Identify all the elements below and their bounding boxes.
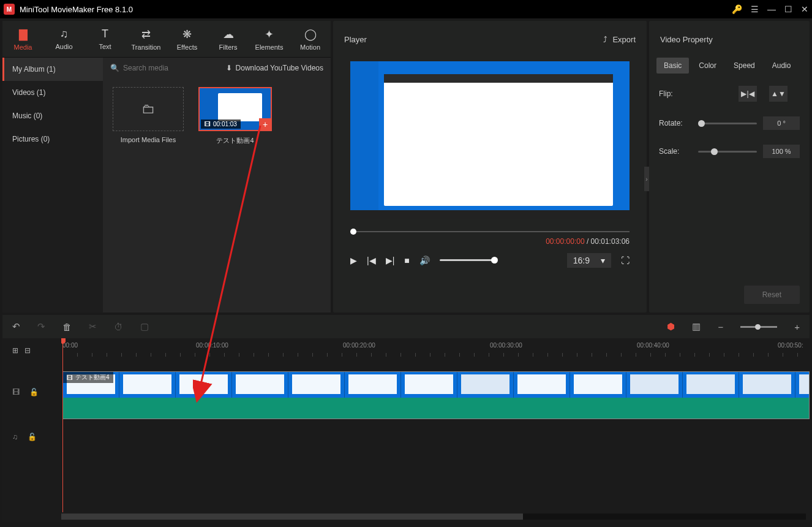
tab-audio[interactable]: Audio bbox=[765, 58, 799, 74]
flip-horizontal-button[interactable]: ▶|◀ bbox=[739, 86, 757, 102]
app-title: MiniTool MovieMaker Free 8.1.0 bbox=[20, 5, 732, 14]
ratio-value: 16:9 bbox=[573, 256, 590, 265]
volume-icon[interactable]: 🔊 bbox=[419, 256, 430, 265]
ribbon-motion[interactable]: ◯Motion bbox=[290, 21, 331, 57]
ribbon-elements[interactable]: ✦Elements bbox=[249, 21, 290, 57]
scale-slider[interactable] bbox=[698, 151, 757, 153]
snap-icon[interactable]: ▥ bbox=[692, 321, 701, 332]
zoom-out-button[interactable]: − bbox=[718, 322, 723, 332]
close-button[interactable]: ✕ bbox=[801, 4, 808, 14]
download-youtube-link[interactable]: ⬇ Download YouTube Videos bbox=[226, 64, 323, 72]
audio-track[interactable] bbox=[61, 422, 810, 452]
media-clip[interactable]: 🎞00:01:03 + テスト動画4 bbox=[197, 87, 273, 145]
playhead[interactable] bbox=[62, 338, 63, 512]
stop-button[interactable]: ■ bbox=[404, 256, 409, 265]
film-icon: 🎞 bbox=[205, 121, 211, 127]
app-logo-icon: M bbox=[4, 4, 15, 15]
flip-vertical-button[interactable]: ▲▼ bbox=[769, 86, 788, 102]
scale-label: Scale: bbox=[659, 147, 692, 156]
audio-track-icon: ♫ bbox=[12, 433, 18, 441]
scale-value[interactable]: 100 % bbox=[763, 145, 800, 158]
ribbon-text[interactable]: TText bbox=[85, 21, 126, 57]
speed-button[interactable]: ⏱ bbox=[114, 322, 123, 332]
aspect-ratio-select[interactable]: 16:9 ▾ bbox=[567, 253, 611, 268]
rotate-value[interactable]: 0 ° bbox=[763, 116, 800, 130]
add-clip-button[interactable]: + bbox=[259, 118, 271, 131]
video-track[interactable]: 🎞テスト動画4 bbox=[61, 363, 810, 422]
property-panel: › Video Property Basic Color Speed Audio… bbox=[649, 21, 810, 313]
next-frame-button[interactable]: ▶| bbox=[386, 256, 395, 265]
collapse-handle[interactable]: › bbox=[644, 167, 649, 191]
clip-thumbnail: 🎞00:01:03 + bbox=[198, 87, 272, 131]
timeline-clip-label: テスト動画4 bbox=[75, 373, 110, 382]
crop-button[interactable]: ▢ bbox=[140, 321, 149, 332]
timeline-ruler[interactable]: 00:00 00:00:10:00 00:00:20:00 00:00:30:0… bbox=[61, 338, 810, 363]
fullscreen-button[interactable]: ⛶ bbox=[621, 256, 630, 265]
chevron-down-icon: ▾ bbox=[601, 256, 605, 265]
tab-basic[interactable]: Basic bbox=[656, 58, 689, 74]
download-label: Download YouTube Videos bbox=[236, 64, 323, 72]
import-media-button[interactable]: 🗀 bbox=[113, 87, 184, 131]
undo-button[interactable]: ↶ bbox=[12, 321, 20, 332]
key-icon[interactable]: 🔑 bbox=[732, 4, 742, 14]
remove-track-button[interactable]: ⊟ bbox=[24, 346, 31, 355]
player-progress[interactable] bbox=[350, 229, 630, 235]
film-icon: 🎞 bbox=[67, 374, 73, 381]
redo-button[interactable]: ↷ bbox=[37, 321, 45, 332]
ruler-tick: 00:00:40:00 bbox=[637, 342, 669, 349]
folder-icon: ▇ bbox=[19, 28, 28, 41]
export-icon: ⤴ bbox=[603, 35, 607, 44]
ribbon-label: Elements bbox=[255, 44, 284, 51]
add-track-button[interactable]: ⊞ bbox=[12, 346, 18, 355]
play-button[interactable]: ▶ bbox=[350, 256, 357, 265]
marker-icon[interactable]: ⬢ bbox=[667, 321, 675, 332]
minimize-button[interactable]: — bbox=[767, 4, 776, 14]
search-input[interactable] bbox=[123, 64, 215, 72]
sidenav-music[interactable]: Music (0) bbox=[2, 104, 103, 127]
import-label: Import Media Files bbox=[121, 136, 176, 143]
rotate-slider[interactable] bbox=[698, 123, 757, 124]
volume-slider[interactable] bbox=[440, 259, 495, 261]
delete-button[interactable]: 🗑 bbox=[62, 322, 72, 332]
ribbon-effects[interactable]: ❋Effects bbox=[167, 21, 208, 57]
lock-icon[interactable]: 🔓 bbox=[28, 433, 37, 441]
tab-speed[interactable]: Speed bbox=[726, 58, 762, 74]
media-sidenav: My Album (1) Videos (1) Music (0) Pictur… bbox=[2, 58, 103, 313]
menu-icon[interactable]: ☰ bbox=[751, 4, 759, 14]
lock-icon[interactable]: 🔓 bbox=[29, 388, 39, 396]
clip-name: テスト動画4 bbox=[216, 136, 254, 145]
ribbon-transition[interactable]: ⇄Transition bbox=[126, 21, 167, 57]
ribbon-filters[interactable]: ☁Filters bbox=[208, 21, 249, 57]
media-area: 🔍 ⬇ Download YouTube Videos 🗀 Import Med… bbox=[103, 58, 331, 313]
timeline-scrollbar[interactable] bbox=[61, 514, 806, 520]
search-icon: 🔍 bbox=[110, 64, 119, 72]
video-track-icon: 🎞 bbox=[12, 388, 20, 396]
current-time: 00:00:00:00 bbox=[546, 237, 584, 246]
export-label: Export bbox=[612, 35, 636, 44]
ribbon: ▇Media ♫Audio TText ⇄Transition ❋Effects… bbox=[2, 21, 331, 58]
rotate-label: Rotate: bbox=[659, 119, 692, 127]
sidenav-videos[interactable]: Videos (1) bbox=[2, 81, 103, 104]
player-timecode: 00:00:00:00 / 00:01:03:06 bbox=[350, 237, 630, 246]
reset-button[interactable]: Reset bbox=[744, 286, 800, 304]
ribbon-media[interactable]: ▇Media bbox=[2, 21, 43, 57]
ruler-tick: 00:00:20:00 bbox=[343, 342, 375, 349]
zoom-in-button[interactable]: + bbox=[794, 322, 800, 332]
maximize-button[interactable]: ☐ bbox=[784, 4, 792, 14]
transition-icon: ⇄ bbox=[141, 28, 151, 41]
ribbon-label: Transition bbox=[132, 44, 161, 51]
ribbon-label: Media bbox=[14, 44, 32, 51]
total-time: 00:01:03:06 bbox=[591, 237, 630, 246]
clip-duration: 00:01:03 bbox=[213, 121, 237, 127]
sidenav-my-album[interactable]: My Album (1) bbox=[2, 58, 103, 81]
ribbon-audio[interactable]: ♫Audio bbox=[43, 21, 85, 57]
sidenav-pictures[interactable]: Pictures (0) bbox=[2, 127, 103, 151]
timeline-clip[interactable]: 🎞テスト動画4 bbox=[62, 371, 810, 419]
tab-color[interactable]: Color bbox=[691, 58, 724, 74]
prev-frame-button[interactable]: |◀ bbox=[367, 256, 376, 265]
export-button[interactable]: ⤴ Export bbox=[603, 35, 636, 44]
zoom-slider[interactable] bbox=[740, 326, 777, 328]
effects-icon: ❋ bbox=[182, 28, 192, 41]
split-button[interactable]: ✂ bbox=[89, 321, 97, 332]
elements-icon: ✦ bbox=[265, 28, 274, 41]
